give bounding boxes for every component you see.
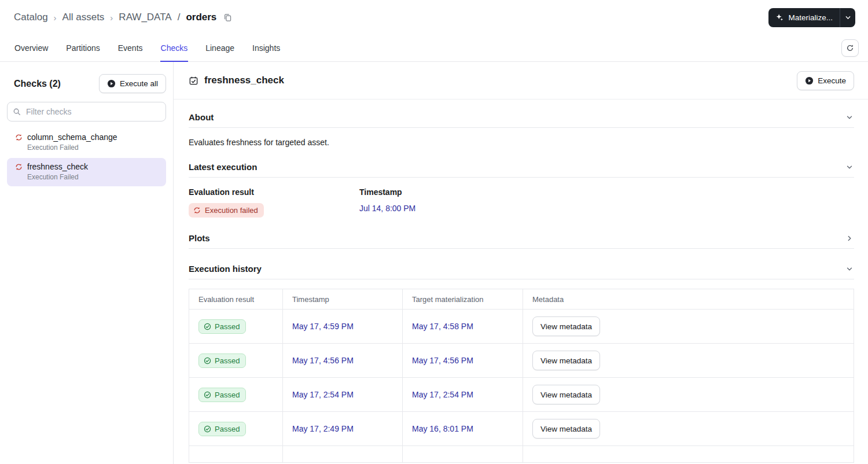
check-circle-icon [204,425,211,433]
breadcrumb-current-asset: orders [186,12,216,23]
plots-heading: Plots [189,233,210,243]
copy-asset-key-button[interactable] [222,12,233,23]
content-layout: Checks (2) Execute all column_schema_cha… [0,62,868,464]
view-metadata-button[interactable]: View metadata [532,385,600,404]
evaluation-timestamp-link[interactable]: May 17, 4:59 PM [292,322,354,331]
tab-insights[interactable]: Insights [252,35,281,62]
section-about: About Evaluates freshness for targeted a… [189,112,854,162]
breadcrumb-slash: / [178,12,181,23]
copy-icon [223,13,232,22]
sidebar-item-column_schema_change[interactable]: column_schema_changeExecution Failed [7,128,166,157]
materialize-label: Materialize... [788,13,833,22]
breadcrumb-separator-icon: › [110,13,113,23]
asset-check-icon [189,76,198,86]
filter-checks-input[interactable] [7,102,166,121]
materialize-dropdown-button[interactable] [840,8,855,27]
breadcrumb: Catalog › All assets › RAW_DATA / orders [14,12,233,23]
target-materialization-link[interactable]: May 16, 8:01 PM [412,424,473,433]
check-error-icon [15,163,23,171]
timestamp-label: Timestamp [359,187,530,197]
tab-bar: OverviewPartitionsEventsChecksLineageIns… [0,35,868,62]
check-circle-icon [204,357,211,364]
chevron-down-icon [846,114,853,121]
tab-checks[interactable]: Checks [160,35,189,62]
latest-execution-collapse-toggle[interactable] [845,163,854,172]
view-metadata-button[interactable]: View metadata [532,419,600,439]
target-materialization-link[interactable]: May 17, 4:58 PM [412,322,473,331]
breadcrumb-catalog[interactable]: Catalog [14,12,48,23]
section-latest-execution: Latest execution Evaluation result [189,162,854,233]
sparkle-icon [775,13,784,21]
chevron-down-icon [846,266,853,272]
sidebar-item-freshness_check[interactable]: freshness_checkExecution Failed [7,158,166,186]
history-row: PassedMay 17, 4:59 PMMay 17, 4:58 PMView… [189,310,854,344]
plots-collapse-toggle[interactable] [845,234,854,243]
check-list: column_schema_changeExecution Failedfres… [0,127,173,187]
breadcrumb-asset-prefix[interactable]: RAW_DATA [119,12,171,23]
chevron-down-icon [846,164,853,171]
history-row-partial [189,446,854,463]
history-header-row: Evaluation resultTimestampTarget materia… [189,289,854,310]
tab-partitions[interactable]: Partitions [65,35,100,62]
history-column-header: Target materialization [403,289,523,310]
execute-label: Execute [818,76,846,85]
history-column-header: Timestamp [283,289,403,310]
target-materialization-link[interactable]: May 17, 4:56 PM [412,356,473,365]
materialize-split-button: Materialize... [768,8,855,27]
breadcrumb-separator-icon: › [54,13,57,23]
history-row: PassedMay 17, 2:49 PMMay 16, 8:01 PMView… [189,412,854,446]
evaluation-timestamp-link[interactable]: May 17, 4:56 PM [292,356,354,365]
evaluation-timestamp-link[interactable]: May 17, 2:54 PM [292,390,354,399]
history-body: PassedMay 17, 4:59 PMMay 17, 4:58 PMView… [189,310,854,463]
evaluation-result-label: Evaluation result [189,187,359,197]
chevron-right-icon [846,235,853,242]
evaluation-result-value: Execution failed [205,206,258,215]
passed-badge: Passed [198,388,246,402]
play-circle-icon [107,79,116,88]
check-detail-panel: freshness_check Execute About [174,62,868,464]
section-execution-history: Execution history Evaluation resultTimes… [189,264,854,463]
check-description: Evaluates freshness for targeted asset. [189,128,854,162]
check-title: freshness_check [204,75,284,86]
check-circle-icon [204,391,211,399]
checks-count-title: Checks (2) [14,79,61,89]
about-collapse-toggle[interactable] [845,113,854,122]
play-circle-icon [805,76,814,85]
about-heading: About [189,112,214,122]
evaluation-timestamp-link[interactable]: May 17, 2:49 PM [292,424,354,433]
execute-button[interactable]: Execute [797,71,854,90]
top-header: Catalog › All assets › RAW_DATA / orders… [0,0,868,35]
checks-sidebar: Checks (2) Execute all column_schema_cha… [0,62,174,464]
tab-overview[interactable]: Overview [14,35,49,62]
chevron-down-icon [845,14,851,21]
tab-events[interactable]: Events [117,35,144,62]
history-row: PassedMay 17, 4:56 PMMay 17, 4:56 PMView… [189,344,854,378]
history-row: PassedMay 17, 2:54 PMMay 17, 2:54 PMView… [189,378,854,412]
check-detail-body: About Evaluates freshness for targeted a… [174,100,868,464]
check-name: column_schema_change [27,132,117,142]
search-icon [13,108,21,118]
check-error-icon [15,134,23,141]
check-status: Execution Failed [27,173,160,181]
execution-history-heading: Execution history [189,264,262,274]
view-metadata-button[interactable]: View metadata [532,316,600,336]
execution-history-table: Evaluation resultTimestampTarget materia… [189,289,854,463]
latest-timestamp-link[interactable]: Jul 14, 8:00 PM [359,204,415,213]
execute-all-button[interactable]: Execute all [99,74,166,93]
breadcrumb-all-assets[interactable]: All assets [62,12,105,23]
section-plots: Plots [189,233,854,264]
view-metadata-button[interactable]: View metadata [532,351,600,370]
tab-list: OverviewPartitionsEventsChecksLineageIns… [14,35,281,61]
passed-badge: Passed [198,319,246,334]
history-column-header: Evaluation result [189,289,283,310]
execute-all-label: Execute all [120,79,158,88]
materialize-button[interactable]: Materialize... [768,8,840,27]
refresh-button[interactable] [841,39,859,57]
passed-badge: Passed [198,353,246,368]
history-column-header: Metadata [523,289,854,310]
execution-history-collapse-toggle[interactable] [845,264,854,274]
tab-lineage[interactable]: Lineage [205,35,235,62]
check-circle-icon [204,323,211,330]
target-materialization-link[interactable]: May 17, 2:54 PM [412,390,473,399]
execution-failed-badge: Execution failed [189,203,264,218]
